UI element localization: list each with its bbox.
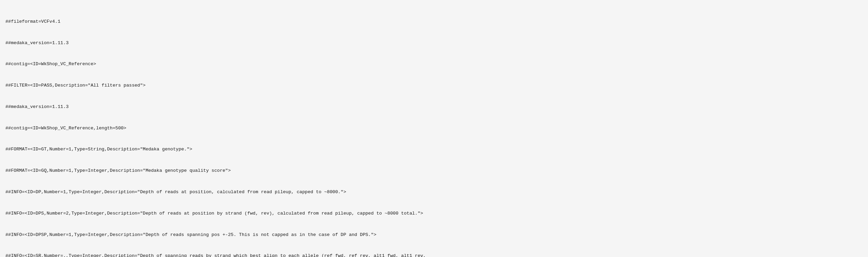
vcf-line-5: ##medaka_version=1.11.3 [5, 104, 863, 111]
vcf-line-12: ##INFO=<ID=SR,Number=.,Type=Integer,Desc… [5, 253, 863, 257]
vcf-line-1: ##fileformat=VCFv4.1 [5, 18, 863, 25]
vcf-line-7: ##FORMAT=<ID=GT,Number=1,Type=String,Des… [5, 146, 863, 153]
vcf-line-4: ##FILTER=<ID=PASS,Description="All filte… [5, 82, 863, 89]
vcf-line-9: ##INFO=<ID=DP,Number=1,Type=Integer,Desc… [5, 189, 863, 196]
vcf-line-11: ##INFO=<ID=DPSP,Number=1,Type=Integer,De… [5, 232, 863, 239]
vcf-content: ##fileformat=VCFv4.1 ##medaka_version=1.… [5, 4, 863, 257]
vcf-line-6: ##contig=<ID=WkShop_VC_Reference,length=… [5, 125, 863, 132]
vcf-line-10: ##INFO=<ID=DPS,Number=2,Type=Integer,Des… [5, 210, 863, 217]
vcf-line-2: ##medaka_version=1.11.3 [5, 40, 863, 47]
vcf-viewer: ##fileformat=VCFv4.1 ##medaka_version=1.… [0, 0, 868, 257]
vcf-line-8: ##FORMAT=<ID=GQ,Number=1,Type=Integer,De… [5, 167, 863, 175]
vcf-line-3: ##contig=<ID=WkShop_VC_Reference> [5, 61, 863, 68]
